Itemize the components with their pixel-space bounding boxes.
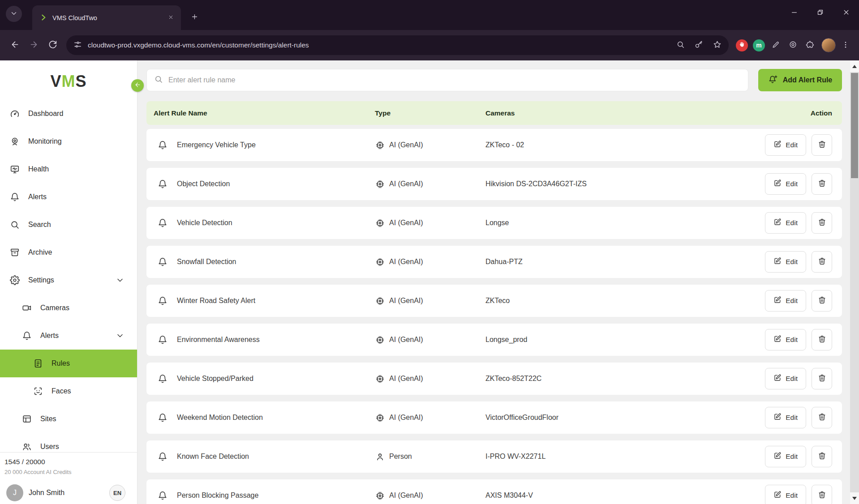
delete-button[interactable]: [812, 368, 832, 389]
alert-type-cell: AI (GenAI): [375, 179, 485, 189]
mail-extension-icon[interactable]: m: [753, 39, 765, 51]
table-row: Winter Road Safety AlertAI (GenAI)ZKTeco…: [146, 285, 842, 317]
minimize-button[interactable]: [781, 0, 807, 26]
star-icon: [713, 40, 722, 51]
delete-button[interactable]: [812, 134, 832, 156]
edit-button[interactable]: Edit: [765, 407, 806, 428]
pen-extension-icon[interactable]: [770, 39, 782, 51]
favicon-arrow-icon: [40, 14, 47, 23]
close-window-button[interactable]: [833, 0, 859, 26]
delete-button[interactable]: [812, 407, 832, 428]
edit-button[interactable]: Edit: [765, 485, 806, 504]
reload-button[interactable]: [43, 36, 62, 55]
browser-tab[interactable]: VMS CloudTwo: [32, 5, 181, 30]
language-badge[interactable]: EN: [109, 485, 125, 501]
alert-cameras: ZKTeco-852T22C: [485, 375, 541, 382]
archive-icon: [9, 247, 20, 258]
table-row: Person Blocking PassageAI (GenAI)AXIS M3…: [146, 479, 842, 504]
page-scrollbar[interactable]: [850, 60, 859, 504]
sidebar-item-health[interactable]: Health: [0, 155, 137, 183]
bookmark-star-icon[interactable]: [713, 40, 722, 51]
browser-menu-button[interactable]: [838, 37, 854, 53]
sidebar-item-dashboard[interactable]: Dashboard: [0, 100, 137, 128]
search-input[interactable]: [168, 76, 741, 84]
arrow-left-icon: [134, 81, 141, 90]
edit-button[interactable]: Edit: [765, 368, 806, 389]
sidebar-item-search[interactable]: Search: [0, 211, 137, 239]
trash-icon: [818, 335, 826, 345]
url-bar[interactable]: cloudtwo-prod.vxgdemo.cloud-vms.com/en/c…: [66, 35, 729, 55]
new-tab-button[interactable]: [186, 9, 202, 26]
edit-button[interactable]: Edit: [765, 134, 806, 156]
sidebar-item-archive[interactable]: Archive: [0, 239, 137, 266]
site-settings-icon[interactable]: [73, 40, 82, 51]
alert-cameras: ZKTeco - 02: [485, 141, 524, 149]
forward-button[interactable]: [24, 36, 43, 55]
sidebar-item-monitoring[interactable]: Monitoring: [0, 128, 137, 155]
edit-button-label: Edit: [786, 219, 798, 227]
header-action: Action: [811, 109, 842, 117]
close-icon: [842, 9, 850, 17]
trash-icon: [818, 374, 826, 384]
delete-button[interactable]: [812, 212, 832, 234]
edit-button[interactable]: Edit: [765, 173, 806, 195]
sidebar-collapse-button[interactable]: [131, 79, 144, 92]
user-row[interactable]: J John Smith EN: [4, 482, 132, 504]
back-button[interactable]: [5, 36, 24, 55]
restore-button[interactable]: [807, 0, 833, 26]
alert-type: AI (GenAI): [389, 414, 423, 422]
delete-button[interactable]: [812, 329, 832, 350]
sidebar-item-cameras[interactable]: Cameras: [0, 294, 137, 322]
scroll-up-button[interactable]: [850, 60, 859, 72]
stop-hand-extension-icon[interactable]: [736, 39, 748, 51]
edit-button[interactable]: Edit: [765, 446, 806, 467]
delete-button[interactable]: [812, 446, 832, 467]
sidebar-item-sites[interactable]: Sites: [0, 405, 137, 433]
zoom-icon[interactable]: [676, 40, 685, 51]
profile-avatar[interactable]: [821, 38, 836, 52]
sidebar-item-faces[interactable]: Faces: [0, 377, 137, 405]
sidebar-item-label: Alerts: [28, 193, 47, 201]
bell-icon: [9, 192, 20, 202]
chip-icon: [375, 179, 385, 189]
vms-logo: VMS: [0, 60, 137, 96]
sidebar-item-alerts[interactable]: Alerts: [0, 183, 137, 211]
alert-type-cell: AI (GenAI): [375, 257, 485, 267]
sidebar-item-label: Settings: [28, 276, 54, 284]
alert-rule-name: Weekend Motion Detection: [177, 414, 263, 422]
tab-list-chevron-button[interactable]: [6, 6, 22, 22]
top-row: Add Alert Rule: [146, 69, 842, 91]
extensions-puzzle-icon[interactable]: [804, 39, 816, 51]
edit-button[interactable]: Edit: [765, 251, 806, 273]
edit-button[interactable]: Edit: [765, 212, 806, 234]
add-alert-rule-button[interactable]: Add Alert Rule: [758, 69, 842, 91]
edit-button[interactable]: Edit: [765, 290, 806, 312]
delete-button[interactable]: [812, 173, 832, 195]
sidebar-item-label: Dashboard: [28, 110, 63, 118]
alert-type: AI (GenAI): [389, 258, 423, 266]
sidebar-item-alerts-sub[interactable]: Alerts: [0, 322, 137, 350]
forward-icon: [29, 40, 39, 51]
scrollbar-thumb[interactable]: [851, 73, 858, 178]
table-row: Weekend Motion DetectionAI (GenAI)Victor…: [146, 401, 842, 434]
password-key-icon[interactable]: [695, 40, 703, 51]
sidebar-item-settings[interactable]: Settings: [0, 266, 137, 294]
window-controls: [781, 0, 859, 26]
alert-type: AI (GenAI): [389, 336, 423, 344]
edit-button[interactable]: Edit: [765, 329, 806, 350]
sidebar-item-label: Faces: [52, 387, 71, 395]
circle-extension-icon[interactable]: [787, 39, 799, 51]
alert-rule-name-cell: Person Blocking Passage: [146, 490, 375, 501]
tab-close-button[interactable]: [165, 12, 176, 24]
delete-button[interactable]: [812, 485, 832, 504]
dots-vertical-icon: [842, 41, 850, 50]
circle-icon: [789, 40, 797, 51]
delete-button[interactable]: [812, 290, 832, 312]
scroll-down-button[interactable]: [850, 492, 859, 504]
delete-button[interactable]: [812, 251, 832, 273]
tune-icon: [73, 40, 82, 51]
sidebar-item-rules[interactable]: Rules: [0, 350, 137, 377]
alert-rule-name: Emergency Vehicle Type: [177, 141, 256, 149]
alert-rule-search[interactable]: [146, 69, 748, 91]
bell-icon: [157, 490, 168, 501]
